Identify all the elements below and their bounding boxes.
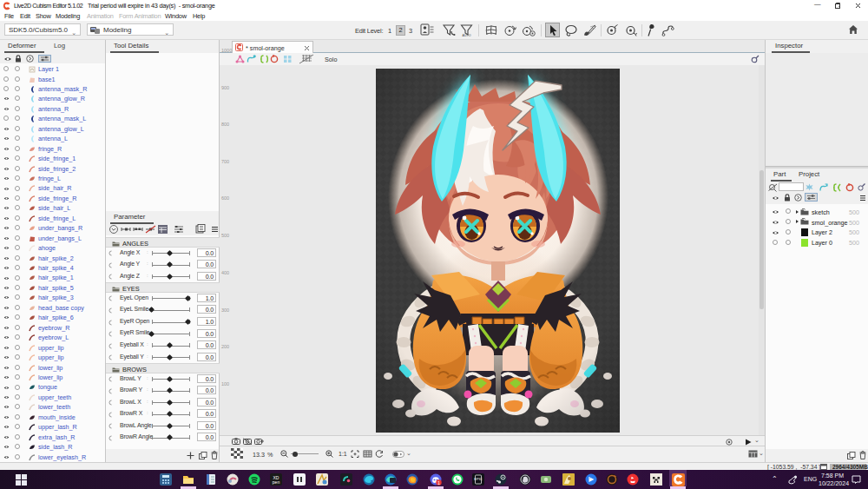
svg-text:AUTO: AUTO xyxy=(463,34,471,36)
svg-text:EPIC: EPIC xyxy=(474,477,482,481)
svg-text:pen: pen xyxy=(273,479,280,485)
svg-text:1: 1 xyxy=(437,479,440,485)
